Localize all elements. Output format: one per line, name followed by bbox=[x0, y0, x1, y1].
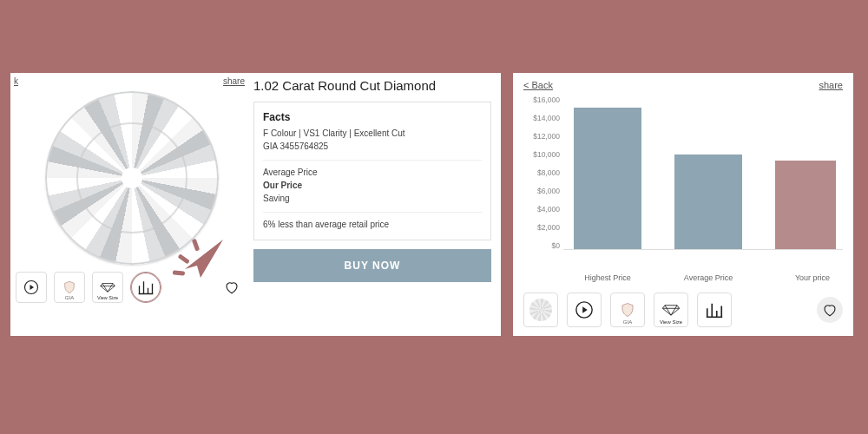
heart-icon bbox=[822, 302, 838, 318]
gia-badge-icon bbox=[620, 302, 635, 318]
buy-now-button[interactable]: BUY NOW bbox=[253, 249, 491, 282]
view-size-thumb[interactable]: View Size bbox=[654, 293, 688, 327]
view-size-label: View Size bbox=[660, 319, 682, 325]
y-tick: $16,000 bbox=[533, 95, 560, 104]
facts-specs: F Colour | VS1 Clarity | Excellent Cut bbox=[263, 127, 482, 140]
product-panel: k share GIA View Size bbox=[10, 73, 501, 336]
price-bar-chart: $16,000 $14,000 $12,000 $10,000 $8,000 $… bbox=[523, 94, 843, 268]
back-link[interactable]: < Back bbox=[523, 80, 553, 90]
x-tick: Your price bbox=[782, 273, 843, 282]
bar-chart-icon bbox=[137, 279, 155, 296]
y-tick: $2,000 bbox=[537, 223, 560, 232]
play-icon bbox=[575, 300, 594, 319]
y-tick: $4,000 bbox=[537, 205, 560, 214]
y-tick: $14,000 bbox=[533, 114, 560, 122]
thumb-row: GIA View Size bbox=[10, 265, 253, 303]
diamond-thumb[interactable] bbox=[523, 293, 558, 327]
facts-box: Facts F Colour | VS1 Clarity | Excellent… bbox=[253, 102, 491, 240]
wishlist-button[interactable] bbox=[219, 274, 245, 300]
wishlist-button[interactable] bbox=[817, 297, 843, 323]
gia-label: GIA bbox=[65, 295, 74, 300]
y-axis: $16,000 $14,000 $12,000 $10,000 $8,000 $… bbox=[523, 94, 563, 250]
share-link[interactable]: share bbox=[819, 80, 843, 90]
view-size-label: View Size bbox=[97, 295, 118, 300]
diamond-mini-icon bbox=[529, 299, 552, 321]
y-tick: $8,000 bbox=[537, 168, 560, 177]
gia-label: GIA bbox=[623, 319, 632, 325]
price-chart-panel: < Back share $16,000 $14,000 $12,000 $10… bbox=[513, 73, 853, 336]
play-thumb[interactable] bbox=[567, 293, 602, 327]
heart-icon bbox=[224, 279, 240, 295]
gia-badge-icon bbox=[62, 280, 76, 294]
gia-thumb[interactable]: GIA bbox=[54, 272, 85, 303]
product-image bbox=[45, 91, 219, 265]
gia-thumb[interactable]: GIA bbox=[610, 293, 645, 327]
saving-label: Saving bbox=[263, 192, 482, 205]
back-link[interactable]: k bbox=[14, 76, 18, 86]
y-tick: $12,000 bbox=[533, 132, 560, 141]
facts-cert: GIA 3455764825 bbox=[263, 140, 482, 153]
diamond-render bbox=[45, 91, 219, 265]
play-icon bbox=[23, 279, 39, 295]
y-tick: $0 bbox=[552, 241, 560, 250]
facts-heading: Facts bbox=[263, 109, 482, 125]
avg-price-label: Average Price bbox=[263, 166, 482, 179]
play-thumb[interactable] bbox=[16, 272, 47, 303]
x-tick: Average Price bbox=[674, 273, 742, 282]
diamond-outline-icon bbox=[100, 282, 115, 293]
plot-area bbox=[563, 94, 843, 250]
x-tick: Highest Price bbox=[574, 273, 641, 282]
share-link[interactable]: share bbox=[223, 76, 245, 86]
chart-thumb[interactable] bbox=[130, 272, 161, 303]
bar-chart-icon bbox=[705, 300, 724, 319]
y-tick: $10,000 bbox=[533, 150, 560, 159]
thumb-row: GIA View Size bbox=[523, 282, 843, 327]
bar-your-price bbox=[775, 161, 836, 249]
our-price-label: Our Price bbox=[263, 179, 482, 192]
chart-thumb[interactable] bbox=[697, 293, 732, 327]
savings-note: 6% less than average retail price bbox=[263, 212, 482, 231]
x-axis: Highest Price Average Price Your price bbox=[523, 268, 843, 282]
bar-highest-price bbox=[574, 108, 641, 249]
view-size-thumb[interactable]: View Size bbox=[92, 272, 123, 303]
bar-average-price bbox=[674, 155, 742, 249]
y-tick: $6,000 bbox=[537, 187, 560, 195]
diamond-outline-icon bbox=[661, 304, 681, 316]
product-title: 1.02 Carat Round Cut Diamond bbox=[253, 78, 491, 93]
